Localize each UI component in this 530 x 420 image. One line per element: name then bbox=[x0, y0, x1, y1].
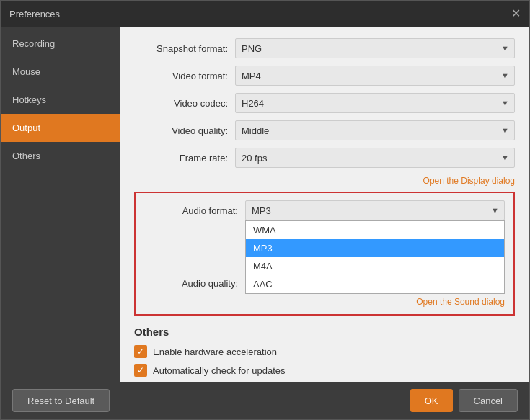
video-format-label: Video format: bbox=[134, 71, 228, 81]
frame-rate-row: Frame rate: 10 fps 20 fps 30 fps ▼ bbox=[134, 148, 515, 168]
snapshot-format-row: Snapshot format: PNG JPG BMP ▼ bbox=[134, 38, 515, 58]
dropdown-option-m4a[interactable]: M4A bbox=[246, 257, 504, 275]
ok-button[interactable]: OK bbox=[410, 389, 453, 412]
video-codec-select-wrapper: H264 H265 ▼ bbox=[235, 93, 515, 113]
video-codec-label: Video codec: bbox=[134, 98, 228, 109]
video-quality-label: Video quality: bbox=[134, 125, 228, 136]
checkbox-hardware-label: Enable hardware acceleration bbox=[153, 347, 277, 357]
sidebar: Recording Mouse Hotkeys Output Others bbox=[1, 27, 120, 382]
main-panel: Snapshot format: PNG JPG BMP ▼ Video for… bbox=[120, 27, 529, 382]
sound-dialog-link-row: Open the Sound dialog bbox=[144, 296, 505, 307]
sidebar-item-hotkeys[interactable]: Hotkeys bbox=[1, 86, 120, 114]
video-format-row: Video format: MP4 AVI MOV ▼ bbox=[134, 66, 515, 86]
video-codec-row: Video codec: H264 H265 ▼ bbox=[134, 93, 515, 113]
snapshot-format-select-wrapper: PNG JPG BMP ▼ bbox=[235, 38, 515, 58]
checkbox-updates-label: Automatically check for updates bbox=[153, 365, 286, 376]
video-codec-select[interactable]: H264 H265 bbox=[235, 93, 515, 113]
audio-format-dropdown[interactable]: MP3 bbox=[245, 200, 505, 220]
audio-quality-label: Audio quality: bbox=[144, 278, 238, 289]
audio-format-row: Audio format: MP3 ▼ WMA MP3 M4A AAC bbox=[144, 200, 505, 220]
checkbox-row-1: ✓ Enable hardware acceleration bbox=[134, 345, 515, 358]
open-sound-dialog-link[interactable]: Open the Sound dialog bbox=[416, 297, 505, 307]
audio-section: Audio format: MP3 ▼ WMA MP3 M4A AAC bbox=[134, 192, 515, 316]
checkbox-auto-updates[interactable]: ✓ bbox=[134, 364, 147, 377]
checkmark-icon-2: ✓ bbox=[137, 366, 144, 375]
others-title: Others bbox=[134, 326, 515, 338]
video-quality-select[interactable]: High Middle Low bbox=[235, 120, 515, 140]
footer-right-buttons: OK Cancel bbox=[410, 389, 518, 412]
display-dialog-link-row: Open the Display dialog bbox=[134, 175, 515, 186]
cancel-button[interactable]: Cancel bbox=[459, 389, 518, 412]
audio-format-dropdown-list: WMA MP3 M4A AAC bbox=[245, 220, 505, 294]
snapshot-format-label: Snapshot format: bbox=[134, 43, 228, 54]
checkbox-row-2: ✓ Automatically check for updates bbox=[134, 364, 515, 377]
audio-format-label: Audio format: bbox=[144, 205, 238, 216]
dropdown-option-mp3[interactable]: MP3 bbox=[246, 239, 504, 257]
sidebar-item-recording[interactable]: Recording bbox=[1, 30, 120, 58]
others-section: Others ✓ Enable hardware acceleration ✓ … bbox=[134, 326, 515, 382]
video-format-select[interactable]: MP4 AVI MOV bbox=[235, 66, 515, 86]
sidebar-item-mouse[interactable]: Mouse bbox=[1, 58, 120, 86]
snapshot-format-select[interactable]: PNG JPG BMP bbox=[235, 38, 515, 58]
frame-rate-select[interactable]: 10 fps 20 fps 30 fps bbox=[235, 148, 515, 168]
preferences-dialog: Preferences ✕ Recording Mouse Hotkeys Ou… bbox=[0, 0, 530, 420]
titlebar: Preferences ✕ bbox=[1, 1, 529, 27]
footer: Reset to Default OK Cancel bbox=[1, 382, 529, 419]
video-format-select-wrapper: MP4 AVI MOV ▼ bbox=[235, 66, 515, 86]
video-quality-row: Video quality: High Middle Low ▼ bbox=[134, 120, 515, 140]
checkmark-icon: ✓ bbox=[137, 347, 144, 356]
sidebar-item-others[interactable]: Others bbox=[1, 142, 120, 170]
checkbox-hardware-acceleration[interactable]: ✓ bbox=[134, 345, 147, 358]
open-display-dialog-link[interactable]: Open the Display dialog bbox=[423, 176, 515, 186]
dialog-content: Recording Mouse Hotkeys Output Others Sn… bbox=[1, 27, 529, 382]
reset-to-default-button[interactable]: Reset to Default bbox=[12, 389, 110, 412]
dialog-title: Preferences bbox=[9, 9, 60, 19]
video-quality-select-wrapper: High Middle Low ▼ bbox=[235, 120, 515, 140]
frame-rate-select-wrapper: 10 fps 20 fps 30 fps ▼ bbox=[235, 148, 515, 168]
dropdown-option-aac[interactable]: AAC bbox=[246, 275, 504, 293]
sidebar-item-output[interactable]: Output bbox=[1, 114, 120, 142]
close-button[interactable]: ✕ bbox=[511, 8, 521, 19]
dropdown-option-wma[interactable]: WMA bbox=[246, 221, 504, 239]
frame-rate-label: Frame rate: bbox=[134, 153, 228, 164]
audio-format-dropdown-wrapper: MP3 ▼ WMA MP3 M4A AAC bbox=[245, 200, 505, 220]
